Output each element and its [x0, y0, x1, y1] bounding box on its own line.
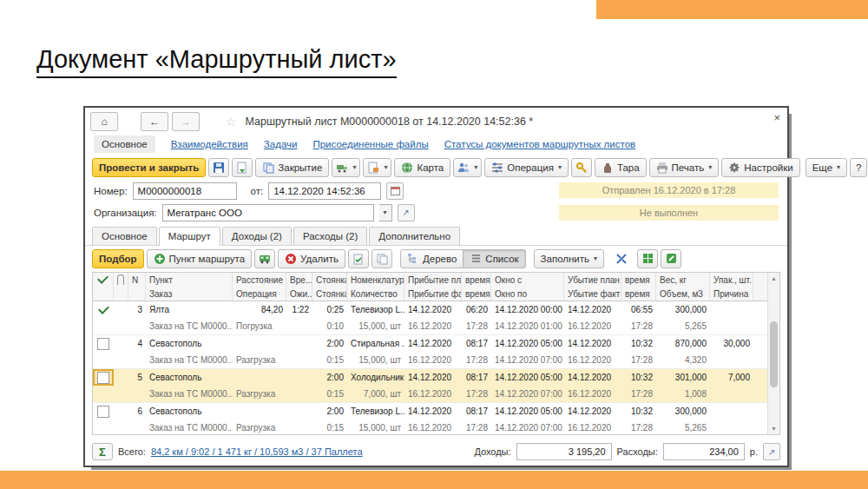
table-cell[interactable]: 2:00 [312, 335, 347, 352]
table-cell[interactable]: 17:28 [621, 420, 656, 435]
table-cell[interactable]: 14.12.2020 [564, 335, 621, 352]
table-cell[interactable] [710, 403, 753, 420]
table-cell[interactable]: 14.12.2020 [564, 403, 621, 420]
table-cell[interactable] [114, 301, 128, 318]
table-cell[interactable] [286, 335, 312, 352]
table-cell[interactable] [93, 352, 114, 368]
table-cell[interactable]: 5 [128, 369, 146, 386]
table-row[interactable]: 4Севастополь2:00Стиральная ...14.12.2020… [93, 334, 779, 368]
post-and-close-button[interactable]: Провести и закрыть [92, 158, 206, 177]
print-button[interactable]: Печать▾ [649, 158, 720, 177]
table-cell[interactable]: Севастополь [146, 369, 233, 386]
table-cell[interactable]: 0:15 [312, 386, 347, 402]
table-cell[interactable]: Телевизор L... [347, 301, 404, 318]
table-cell[interactable]: 15,000, шт [347, 318, 404, 334]
nav-tab-osnovnoe[interactable]: Основное [94, 135, 155, 153]
tab-dopolnitelno[interactable]: Дополнительно [369, 227, 460, 245]
table-cell[interactable] [128, 352, 146, 368]
header-cell[interactable]: Пункт [146, 273, 233, 287]
table-cell[interactable]: 0:10 [312, 318, 347, 334]
table-cell[interactable] [286, 403, 312, 420]
table-cell[interactable]: 2:00 [312, 403, 347, 420]
table-cell[interactable]: Ялта [146, 301, 233, 318]
header-cell[interactable]: Причина [710, 287, 753, 301]
chevron-down-icon[interactable]: ▾ [379, 204, 392, 221]
table-cell[interactable] [93, 420, 114, 435]
table-cell[interactable]: Севастополь [146, 403, 233, 420]
table-cell[interactable]: 17:28 [621, 386, 656, 402]
table-cell[interactable]: 14.12.2020 05:00 [491, 403, 564, 420]
table-cell[interactable] [114, 386, 128, 402]
table-cell[interactable]: 17:28 [462, 386, 491, 402]
tab-raskhody[interactable]: Расходы (2) [293, 227, 367, 245]
header-cell[interactable]: время [462, 273, 491, 287]
close-icon[interactable]: × [773, 111, 780, 124]
header-cell[interactable] [114, 287, 128, 301]
table-cell[interactable] [114, 318, 128, 334]
table-cell[interactable]: 06:55 [621, 301, 656, 318]
table-cell[interactable]: 17:28 [462, 318, 491, 334]
table-cell[interactable]: 300,000 [656, 403, 710, 420]
nav-tab-statusy[interactable]: Статусы документов маршрутных листов [444, 139, 636, 149]
table-cell[interactable]: 16.12.2020 [404, 386, 462, 402]
table-cell[interactable]: 14.12.2020 07:00 [491, 420, 564, 435]
table-cell[interactable]: 14.12.2020 01:00 [491, 318, 564, 334]
table-cell[interactable] [128, 318, 146, 334]
header-cell[interactable] [128, 287, 146, 301]
table-cell[interactable]: 14.12.2020 05:00 [491, 369, 564, 386]
table-cell[interactable] [710, 386, 753, 402]
table-cell[interactable]: 6 [128, 403, 146, 420]
table-cell[interactable]: 16.12.2020 [404, 318, 462, 334]
fill-button[interactable]: Заполнить▾ [534, 249, 604, 268]
table-cell[interactable] [128, 420, 146, 435]
calendar-icon[interactable] [386, 182, 404, 200]
row-checkbox[interactable] [97, 372, 109, 384]
check-sheet-button[interactable] [348, 249, 369, 268]
tree-view-button[interactable]: Дерево [400, 249, 464, 268]
table-cell[interactable]: Разгрузка [233, 386, 286, 402]
table-cell[interactable] [233, 403, 286, 420]
totals-link[interactable]: 84,2 км / 9:02 / 1 471 кг / 10,593 м3 / … [151, 446, 363, 457]
table-cell[interactable]: 10:32 [621, 369, 656, 386]
table-row[interactable]: 3Ялта84,201:220:25Телевизор L...14.12.20… [93, 301, 779, 334]
table-cell[interactable]: 14.12.2020 00:00 [491, 301, 564, 318]
add-route-point-button[interactable]: Пункт маршрута [147, 249, 252, 268]
header-cell[interactable]: Количество [347, 287, 404, 301]
table-cell[interactable]: 301,000 [656, 369, 710, 386]
table-cell[interactable]: 5,265 [656, 420, 710, 435]
header-cell[interactable]: Окно по [491, 287, 564, 301]
table-cell[interactable]: 4,320 [656, 352, 710, 368]
header-cell[interactable]: Убытие факт [564, 287, 621, 301]
table-cell[interactable]: Телевизор L... [347, 403, 404, 420]
table-cell[interactable] [93, 335, 114, 352]
table-cell[interactable] [233, 335, 286, 352]
header-cell[interactable]: Окно с [491, 273, 564, 287]
table-cell[interactable] [286, 318, 312, 334]
table-cell[interactable]: 17:28 [462, 420, 491, 435]
table-cell[interactable]: 4 [128, 335, 146, 352]
header-cell[interactable]: Расстояние [233, 273, 286, 287]
forward-icon[interactable]: → [172, 112, 200, 131]
table-cell[interactable] [286, 420, 312, 435]
settings-button[interactable]: Настройки [721, 158, 799, 177]
header-cell[interactable]: время [621, 287, 656, 301]
operation-button[interactable]: Операция▾ [484, 158, 569, 177]
table-cell[interactable]: 0:15 [312, 420, 347, 435]
header-cell[interactable]: время [621, 273, 656, 287]
table-cell[interactable] [114, 403, 128, 420]
table-cell[interactable]: Холодильник... [347, 369, 404, 386]
table-cell[interactable] [114, 369, 128, 386]
map-button[interactable]: Карта [394, 158, 450, 177]
table-cell[interactable]: 870,000 [656, 335, 710, 352]
table-cell[interactable]: Разгрузка [233, 420, 286, 435]
header-cell[interactable]: Операция [233, 287, 286, 301]
scroll-down-icon[interactable]: ▼ [768, 423, 779, 434]
table-cell[interactable]: Заказ на ТС М0000... [146, 352, 233, 368]
post-document-button[interactable] [232, 158, 253, 177]
table-cell[interactable] [710, 420, 753, 435]
table-cell[interactable]: 2:00 [312, 369, 347, 386]
table-cell[interactable]: 16.12.2020 [404, 352, 462, 368]
table-cell[interactable] [286, 386, 312, 402]
contacts-menu-button[interactable]: ▾ [453, 158, 482, 177]
table-cell[interactable] [710, 318, 753, 334]
